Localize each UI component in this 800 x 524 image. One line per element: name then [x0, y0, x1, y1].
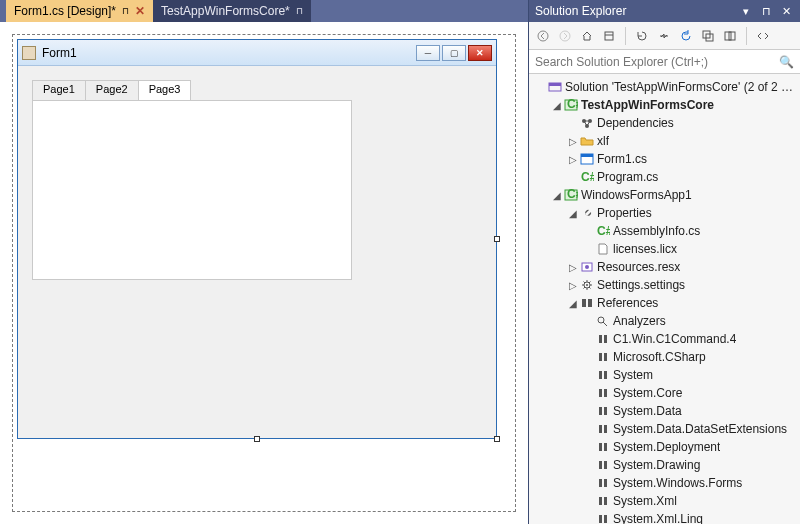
tree-node[interactable]: System.Xml: [529, 492, 800, 510]
panel-close-button[interactable]: ✕: [778, 3, 794, 19]
form-window[interactable]: Form1 ─ ▢ ✕ Page1Page2Page3: [17, 39, 497, 439]
tab-close-icon[interactable]: ✕: [135, 4, 145, 18]
switch-views-button[interactable]: [599, 26, 619, 46]
tree-node[interactable]: Microsoft.CSharp: [529, 348, 800, 366]
tree-node-label: System.Xml.Linq: [611, 512, 703, 524]
tab-control[interactable]: Page1Page2Page3: [32, 80, 352, 280]
back-button[interactable]: [533, 26, 553, 46]
tree-node[interactable]: System.Drawing: [529, 456, 800, 474]
pending-changes-filter-button[interactable]: [632, 26, 652, 46]
tree-expander-icon[interactable]: ▷: [567, 262, 579, 273]
search-input[interactable]: [535, 55, 779, 69]
tree-node[interactable]: ◢C#WindowsFormsApp1: [529, 186, 800, 204]
tab-page[interactable]: [32, 100, 352, 280]
form-titlebar: Form1 ─ ▢ ✕: [18, 40, 496, 66]
tree-node[interactable]: System: [529, 366, 800, 384]
tree-view[interactable]: Solution 'TestAppWinFormsCore' (2 of 2 p…: [529, 74, 800, 524]
tree-expander-icon[interactable]: ◢: [551, 190, 563, 201]
tree-node[interactable]: System.Data.DataSetExtensions: [529, 420, 800, 438]
resize-handle-south[interactable]: [254, 436, 260, 442]
resize-handle-se[interactable]: [494, 436, 500, 442]
form-client-area[interactable]: Page1Page2Page3: [18, 66, 496, 438]
panel-toolbar: [529, 22, 800, 50]
home-button[interactable]: [577, 26, 597, 46]
tree-node[interactable]: licenses.licx: [529, 240, 800, 258]
gear-icon: [579, 278, 595, 292]
file-icon: [595, 242, 611, 256]
tree-node[interactable]: Solution 'TestAppWinFormsCore' (2 of 2 p…: [529, 78, 800, 96]
tree-expander-icon[interactable]: ◢: [567, 298, 579, 309]
window-position-button[interactable]: ▾: [738, 3, 754, 19]
tree-expander-icon[interactable]: ◢: [551, 100, 563, 111]
tree-expander-icon[interactable]: ▷: [567, 280, 579, 291]
tree-node[interactable]: ▷xlf: [529, 132, 800, 150]
ref-icon: [595, 368, 611, 382]
designer-surface: Form1 ─ ▢ ✕ Page1Page2Page3: [0, 22, 528, 524]
designer-selection-frame: Form1 ─ ▢ ✕ Page1Page2Page3: [12, 34, 516, 512]
resize-handle-east[interactable]: [494, 236, 500, 242]
svg-rect-38: [604, 425, 607, 433]
tree-expander-icon[interactable]: ▷: [567, 136, 579, 147]
svg-rect-40: [604, 443, 607, 451]
tree-node[interactable]: ◢References: [529, 294, 800, 312]
tree-node[interactable]: System.Deployment: [529, 438, 800, 456]
svg-rect-45: [599, 497, 602, 505]
document-tabstrip: Form1.cs [Design]*⊓✕TestAppWinFormsCore*…: [0, 0, 528, 22]
tree-node[interactable]: ▷Form1.cs: [529, 150, 800, 168]
solution-explorer-panel: Solution Explorer ▾ ⊓ ✕ 🔍 Solution 'Test…: [528, 0, 800, 524]
tree-node[interactable]: ◢Properties: [529, 204, 800, 222]
tree-node-label: Properties: [595, 206, 652, 220]
tabcontrol-tab[interactable]: Page1: [32, 80, 86, 100]
deps-icon: [579, 116, 595, 130]
collapse-all-button[interactable]: [698, 26, 718, 46]
ref-icon: [595, 440, 611, 454]
svg-rect-47: [599, 515, 602, 523]
refresh-button[interactable]: [676, 26, 696, 46]
sync-with-active-document-button[interactable]: [654, 26, 674, 46]
svg-rect-44: [604, 479, 607, 487]
tree-node[interactable]: Dependencies: [529, 114, 800, 132]
tree-node-label: TestAppWinFormsCore: [579, 98, 714, 112]
tab-pin-icon[interactable]: ⊓: [122, 6, 129, 16]
ref-icon: [595, 404, 611, 418]
maximize-button[interactable]: ▢: [442, 45, 466, 61]
minimize-button[interactable]: ─: [416, 45, 440, 61]
forward-button[interactable]: [555, 26, 575, 46]
tree-node[interactable]: C#AssemblyInfo.cs: [529, 222, 800, 240]
tree-node-label: licenses.licx: [611, 242, 677, 256]
toolbar-separator: [746, 27, 747, 45]
search-icon[interactable]: 🔍: [779, 55, 794, 69]
svg-rect-35: [599, 407, 602, 415]
form-icon: [579, 152, 595, 166]
tab-pin-icon[interactable]: ⊓: [296, 6, 303, 16]
tree-node[interactable]: System.Core: [529, 384, 800, 402]
tree-expander-icon[interactable]: ◢: [567, 208, 579, 219]
tabcontrol-tab[interactable]: Page3: [138, 80, 192, 100]
tree-node[interactable]: System.Xml.Linq: [529, 510, 800, 524]
show-all-files-button[interactable]: [720, 26, 740, 46]
tree-node[interactable]: System.Data: [529, 402, 800, 420]
tabcontrol-tab[interactable]: Page2: [85, 80, 139, 100]
search-row: 🔍: [529, 50, 800, 74]
folder-icon: [579, 134, 595, 148]
tree-node[interactable]: ▷Settings.settings: [529, 276, 800, 294]
toolbar-separator: [625, 27, 626, 45]
tree-node[interactable]: ◢C#TestAppWinFormsCore: [529, 96, 800, 114]
tree-node[interactable]: System.Windows.Forms: [529, 474, 800, 492]
tree-expander-icon[interactable]: ▷: [567, 154, 579, 165]
svg-rect-34: [604, 389, 607, 397]
autohide-pin-icon[interactable]: ⊓: [758, 3, 774, 19]
tree-node[interactable]: C#Program.cs: [529, 168, 800, 186]
svg-rect-32: [604, 371, 607, 379]
close-button[interactable]: ✕: [468, 45, 492, 61]
tree-node[interactable]: C1.Win.C1Command.4: [529, 330, 800, 348]
solution-icon: [547, 80, 563, 94]
tree-node[interactable]: Analyzers: [529, 312, 800, 330]
view-code-button[interactable]: [753, 26, 773, 46]
document-tab[interactable]: TestAppWinFormsCore*⊓: [153, 0, 311, 22]
svg-rect-39: [599, 443, 602, 451]
tree-node-label: xlf: [595, 134, 609, 148]
tree-node-label: System.Core: [611, 386, 682, 400]
document-tab[interactable]: Form1.cs [Design]*⊓✕: [6, 0, 153, 22]
tree-node[interactable]: ▷Resources.resx: [529, 258, 800, 276]
